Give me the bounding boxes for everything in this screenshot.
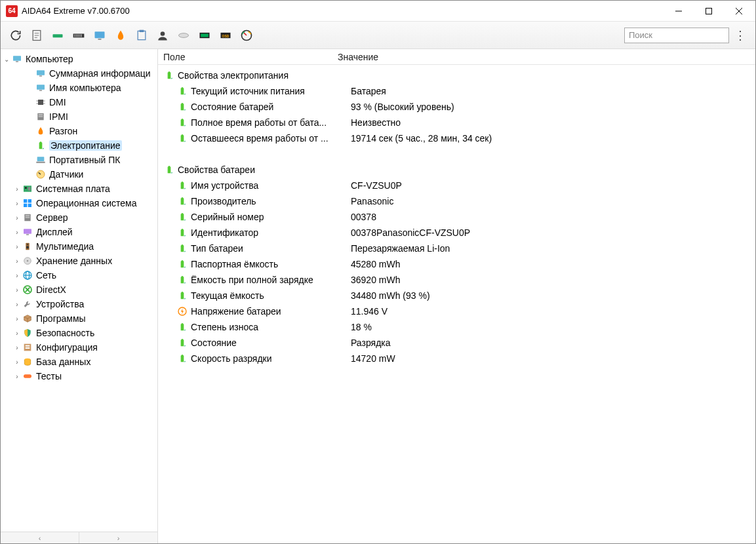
svg-rect-100 bbox=[182, 292, 183, 293]
data-row[interactable]: Текущий источник питанияБатарея bbox=[158, 83, 755, 99]
data-row[interactable]: Полное время работы от бата...Неизвестно bbox=[158, 115, 755, 130]
data-row[interactable]: СостояниеРазрядка bbox=[158, 335, 755, 351]
chevron-icon: › bbox=[12, 344, 22, 351]
row-value: Panasonic bbox=[351, 196, 755, 206]
data-row[interactable]: Оставшееся время работы от ...19714 сек … bbox=[158, 130, 755, 146]
battery-icon bbox=[176, 132, 188, 144]
data-row[interactable]: Серийный номер00378 bbox=[158, 209, 755, 225]
window-title: AIDA64 Extreme v7.00.6700 bbox=[22, 6, 664, 16]
data-row[interactable]: ПроизводительPanasonic bbox=[158, 193, 755, 209]
scroll-left-icon[interactable]: ‹ bbox=[1, 532, 79, 543]
data-row[interactable]: Текущая ёмкость34480 mWh (93 %) bbox=[158, 288, 755, 303]
monitor-icon[interactable] bbox=[90, 26, 109, 45]
tree-item[interactable]: ⌄Компьютер bbox=[1, 52, 157, 66]
more-button[interactable]: ⋮ bbox=[730, 26, 750, 45]
svg-rect-89 bbox=[181, 214, 184, 220]
data-row[interactable]: Тип батареиПерезаряжаемая Li-Ion bbox=[158, 241, 755, 256]
data-row[interactable]: Степень износа18 % bbox=[158, 319, 755, 335]
battery-icon bbox=[176, 258, 188, 270]
tree-item[interactable]: ›База данных bbox=[1, 355, 157, 369]
data-row[interactable]: Напряжение батареи11.946 V bbox=[158, 303, 755, 319]
tree-item[interactable]: ›Сеть bbox=[1, 268, 157, 282]
data-row[interactable]: Состояние батарей93 % (Высокий уровень) bbox=[158, 99, 755, 115]
tree-icon bbox=[35, 96, 47, 108]
chevron-icon: › bbox=[12, 258, 22, 265]
tree-icon bbox=[22, 370, 33, 382]
svg-rect-50 bbox=[24, 204, 27, 207]
data-row[interactable]: Паспортная ёмкость45280 mWh bbox=[158, 256, 755, 272]
refresh-button[interactable] bbox=[6, 26, 26, 45]
gauge-icon[interactable] bbox=[237, 26, 256, 45]
row-field: Производитель bbox=[191, 196, 351, 206]
row-value: 36920 mWh bbox=[351, 275, 755, 285]
tree-item[interactable]: Электропитание bbox=[1, 138, 157, 153]
svg-rect-47 bbox=[28, 187, 31, 190]
svg-rect-30 bbox=[37, 85, 45, 89]
tree-item[interactable]: ›Устройства bbox=[1, 297, 157, 311]
tree-item[interactable]: ›Дисплей bbox=[1, 225, 157, 239]
svg-rect-103 bbox=[182, 323, 183, 324]
svg-rect-31 bbox=[39, 90, 42, 90]
drive-icon[interactable] bbox=[174, 26, 193, 45]
row-value: 00378 bbox=[351, 212, 755, 222]
tree-item[interactable]: Разгон bbox=[1, 124, 157, 138]
tree-icon bbox=[35, 168, 47, 180]
tree-item[interactable]: ›Конфигурация bbox=[1, 340, 157, 355]
tree-item[interactable]: Датчики bbox=[1, 167, 157, 182]
clipboard-icon[interactable] bbox=[132, 26, 151, 45]
svg-rect-27 bbox=[16, 61, 18, 62]
tree-item[interactable]: ›Мультимедиа bbox=[1, 239, 157, 254]
overclock-icon[interactable] bbox=[111, 26, 130, 45]
column-headers[interactable]: Поле Значение bbox=[158, 49, 755, 65]
tree-item[interactable]: IPMI bbox=[1, 109, 157, 124]
tree-item[interactable]: ›Хранение данных bbox=[1, 254, 157, 268]
tree-item[interactable]: ›Операционная система bbox=[1, 196, 157, 210]
data-row[interactable]: Ёмкость при полной зарядке36920 mWh bbox=[158, 272, 755, 288]
data-row[interactable]: Скорость разрядки14720 mW bbox=[158, 351, 755, 366]
tree-item[interactable]: ›Программы bbox=[1, 311, 157, 326]
data-row[interactable]: Идентификатор00378PanasonicCF-VZSU0P bbox=[158, 225, 755, 241]
chevron-icon: › bbox=[12, 359, 22, 366]
tree-icon bbox=[22, 298, 33, 310]
tree-item[interactable]: ›Сервер bbox=[1, 210, 157, 225]
section-title: Свойства батареи bbox=[178, 165, 506, 175]
tree-item[interactable]: Имя компьютера bbox=[1, 81, 157, 95]
svg-rect-74 bbox=[169, 71, 170, 73]
tree-label: Тесты bbox=[36, 371, 62, 381]
tree-item[interactable]: ›Системная плата bbox=[1, 182, 157, 196]
tree-label: Системная плата bbox=[36, 184, 110, 194]
user-icon[interactable] bbox=[153, 26, 172, 45]
memory-icon[interactable] bbox=[69, 26, 89, 45]
chevron-icon: › bbox=[12, 229, 22, 236]
col-value[interactable]: Значение bbox=[338, 52, 755, 62]
tree-item[interactable]: ›Тесты bbox=[1, 369, 157, 383]
scroll-right-icon[interactable]: › bbox=[79, 532, 157, 543]
tree-item[interactable]: Суммарная информаци bbox=[1, 66, 157, 81]
search-input[interactable] bbox=[624, 28, 729, 43]
svg-rect-105 bbox=[182, 339, 183, 340]
svg-rect-70 bbox=[26, 347, 30, 349]
col-field[interactable]: Поле bbox=[163, 52, 338, 62]
tree-item[interactable]: ›Безопасность bbox=[1, 326, 157, 340]
content-area: ⌄КомпьютерСуммарная информациИмя компьют… bbox=[1, 49, 755, 543]
tree-scrollbar[interactable]: ‹ › bbox=[1, 532, 157, 543]
tree-item[interactable]: Портативный ПК bbox=[1, 153, 157, 167]
cpu-icon[interactable] bbox=[48, 26, 68, 45]
chevron-icon: › bbox=[12, 330, 22, 337]
tree-item[interactable]: DMI bbox=[1, 95, 157, 109]
svg-rect-18 bbox=[140, 29, 144, 31]
close-button[interactable] bbox=[724, 1, 754, 21]
data-row[interactable]: Имя устройстваCF-VZSU0P bbox=[158, 178, 755, 193]
minimize-button[interactable] bbox=[664, 1, 694, 21]
svg-rect-54 bbox=[26, 217, 30, 218]
maximize-button[interactable] bbox=[694, 1, 724, 21]
svg-rect-29 bbox=[39, 75, 42, 76]
tree-item[interactable]: ›DirectX bbox=[1, 282, 157, 297]
report-button[interactable] bbox=[27, 26, 47, 45]
osd-icon[interactable]: OSD bbox=[216, 26, 235, 45]
row-field: Состояние батарей bbox=[191, 102, 351, 112]
tree-icon bbox=[22, 197, 33, 209]
svg-point-59 bbox=[27, 244, 28, 245]
lcd-icon[interactable] bbox=[195, 26, 214, 45]
tree-icon bbox=[22, 341, 33, 353]
